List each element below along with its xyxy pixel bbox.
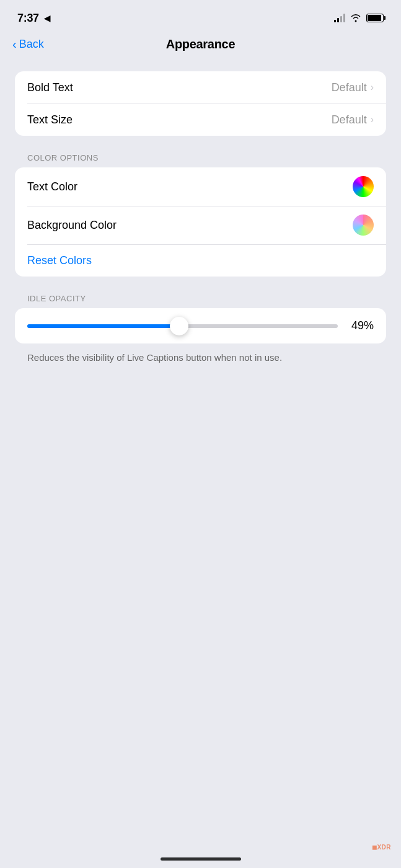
slider-thumb[interactable]: [170, 317, 188, 335]
idle-opacity-section-label: IDLE OPACITY: [27, 294, 386, 303]
status-bar: 7:37 ◀: [0, 0, 401, 32]
color-options-section-label: COLOR OPTIONS: [27, 153, 386, 162]
background-color-row[interactable]: Background Color: [15, 206, 386, 244]
status-icons: [334, 14, 384, 22]
bold-text-value-text: Default: [332, 81, 367, 94]
home-indicator: [161, 857, 241, 861]
text-size-value: Default ›: [332, 113, 374, 126]
color-settings-card: Text Color Background Color Reset Colors: [15, 167, 386, 277]
slider-value: 49%: [346, 319, 374, 332]
opacity-slider-card: 49%: [15, 308, 386, 343]
wifi-icon: [350, 14, 361, 22]
back-chevron-icon: ‹: [12, 37, 17, 51]
bold-text-value: Default ›: [332, 81, 374, 94]
text-color-row[interactable]: Text Color: [15, 167, 386, 206]
text-color-label: Text Color: [27, 180, 77, 193]
text-color-picker-icon[interactable]: [353, 176, 374, 197]
status-time: 7:37: [17, 12, 39, 25]
slider-container: 49%: [27, 319, 374, 332]
bold-text-chevron-icon: ›: [371, 82, 374, 93]
text-size-row[interactable]: Text Size Default ›: [15, 104, 386, 136]
reset-colors-row[interactable]: Reset Colors: [15, 244, 386, 277]
bold-text-label: Bold Text: [27, 81, 73, 94]
bold-text-row[interactable]: Bold Text Default ›: [15, 71, 386, 104]
battery-icon: [366, 14, 384, 22]
signal-bars-icon: [334, 14, 345, 22]
background-color-label: Background Color: [27, 219, 117, 232]
color-options-section: COLOR OPTIONS Text Color Background Colo…: [15, 153, 386, 291]
text-size-value-text: Default: [332, 113, 367, 126]
location-arrow-icon: ◀: [44, 14, 50, 23]
slider-description: Reduces the visibility of Live Captions …: [27, 351, 386, 364]
text-size-chevron-icon: ›: [371, 114, 374, 125]
text-size-label: Text Size: [27, 113, 73, 126]
slider-track[interactable]: [27, 324, 338, 328]
reset-colors-label[interactable]: Reset Colors: [27, 254, 92, 267]
back-button[interactable]: ‹ Back: [12, 37, 44, 51]
main-content: Bold Text Default › Text Size Default › …: [0, 61, 401, 389]
idle-opacity-section: IDLE OPACITY 49% Reduces the visibility …: [15, 294, 386, 364]
back-label: Back: [19, 38, 44, 51]
slider-fill: [27, 324, 179, 328]
background-color-picker-icon[interactable]: [353, 215, 374, 236]
xda-watermark: ◼XDR: [372, 844, 391, 851]
text-settings-card: Bold Text Default › Text Size Default ›: [15, 71, 386, 136]
page-title: Appearance: [166, 37, 236, 51]
nav-bar: ‹ Back Appearance: [0, 32, 401, 61]
